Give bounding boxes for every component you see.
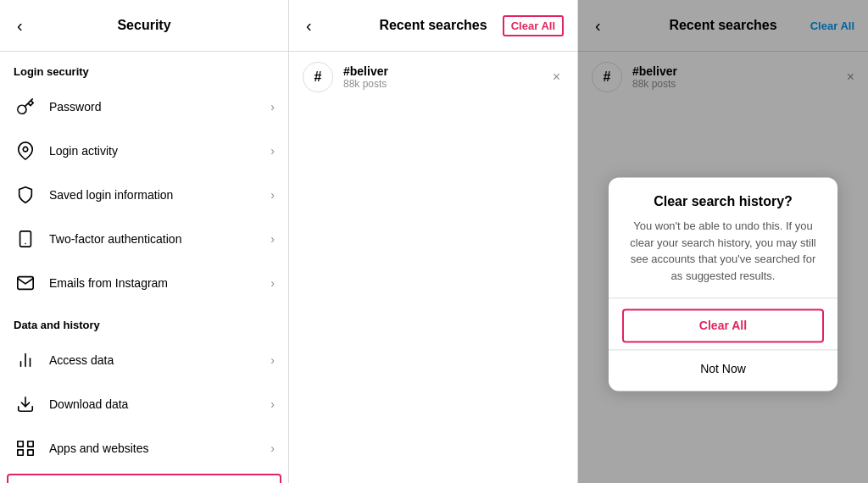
saved-login-label: Saved login information: [49, 188, 270, 202]
chevron-icon: ›: [270, 276, 275, 290]
two-factor-label: Two-factor authentication: [49, 232, 270, 246]
menu-item-login-activity[interactable]: Login activity ›: [0, 129, 288, 173]
menu-item-two-factor[interactable]: Two-factor authentication ›: [0, 217, 288, 261]
svg-rect-9: [18, 450, 23, 455]
data-history-section-label: Data and history: [0, 305, 288, 338]
chevron-icon: ›: [270, 100, 275, 114]
svg-rect-10: [28, 450, 33, 455]
modal-body: Clear search history? You won't be able …: [609, 177, 837, 297]
hashtag-icon: #: [303, 62, 333, 92]
menu-item-emails[interactable]: Emails from Instagram ›: [0, 261, 288, 305]
shield-icon: [14, 183, 37, 207]
key-icon: [14, 95, 37, 119]
recent-searches-back-button[interactable]: ‹: [303, 13, 315, 39]
modal-button-area: Clear All Not Now: [609, 298, 837, 391]
download-data-label: Download data: [49, 397, 270, 411]
apps-icon: [14, 436, 37, 460]
chevron-icon: ›: [270, 353, 275, 367]
modal-not-now-button[interactable]: Not Now: [609, 350, 837, 387]
menu-item-apps-websites[interactable]: Apps and websites ›: [0, 426, 288, 470]
access-data-label: Access data: [49, 353, 270, 367]
remove-search-button[interactable]: ×: [549, 66, 564, 88]
clear-all-button[interactable]: Clear All: [503, 15, 564, 36]
chevron-icon: ›: [270, 144, 275, 158]
right-panel-content: ‹ Recent searches Clear All # #beliver 8…: [578, 0, 868, 483]
bar-chart-icon: [14, 348, 37, 372]
search-item-posts: 88k posts: [343, 78, 549, 90]
security-panel: ‹ Security Login security Password › Log…: [0, 0, 289, 483]
emails-label: Emails from Instagram: [49, 276, 270, 290]
chevron-icon: ›: [270, 232, 275, 246]
right-overlay-panel: ‹ Recent searches Clear All # #beliver 8…: [578, 0, 868, 483]
modal-description: You won't be able to undo this. If you c…: [626, 218, 821, 284]
apps-websites-label: Apps and websites: [49, 441, 270, 455]
svg-rect-1: [20, 231, 31, 247]
phone-icon: [14, 227, 37, 251]
menu-item-password[interactable]: Password ›: [0, 85, 288, 129]
menu-item-saved-login[interactable]: Saved login information ›: [0, 173, 288, 217]
modal-clear-all-button[interactable]: Clear All: [622, 308, 824, 342]
chevron-icon: ›: [270, 441, 275, 455]
search-item-info: #beliver 88k posts: [343, 64, 549, 90]
pin-icon: [14, 139, 37, 163]
security-title: Security: [117, 18, 170, 33]
svg-point-0: [23, 147, 28, 152]
recent-searches-header: ‹ Recent searches Clear All: [289, 0, 577, 52]
recent-searches-title: Recent searches: [379, 18, 487, 33]
chevron-icon: ›: [270, 188, 275, 202]
search-item[interactable]: # #beliver 88k posts ×: [289, 52, 577, 103]
clear-history-modal: Clear search history? You won't be able …: [609, 177, 837, 391]
modal-title: Clear search history?: [626, 194, 821, 209]
svg-rect-7: [18, 441, 23, 447]
chevron-icon: ›: [270, 397, 275, 411]
svg-rect-8: [28, 441, 33, 447]
security-header: ‹ Security: [0, 0, 288, 52]
security-back-button[interactable]: ‹: [14, 13, 26, 39]
login-activity-label: Login activity: [49, 144, 270, 158]
download-icon: [14, 392, 37, 416]
menu-item-clear-search[interactable]: Clear search history ›: [7, 474, 281, 483]
search-item-name: #beliver: [343, 64, 549, 78]
menu-item-access-data[interactable]: Access data ›: [0, 338, 288, 382]
menu-item-download-data[interactable]: Download data ›: [0, 382, 288, 426]
password-label: Password: [49, 100, 270, 114]
recent-searches-panel: ‹ Recent searches Clear All # #beliver 8…: [289, 0, 578, 483]
email-icon: [14, 271, 37, 295]
login-security-section-label: Login security: [0, 52, 288, 85]
